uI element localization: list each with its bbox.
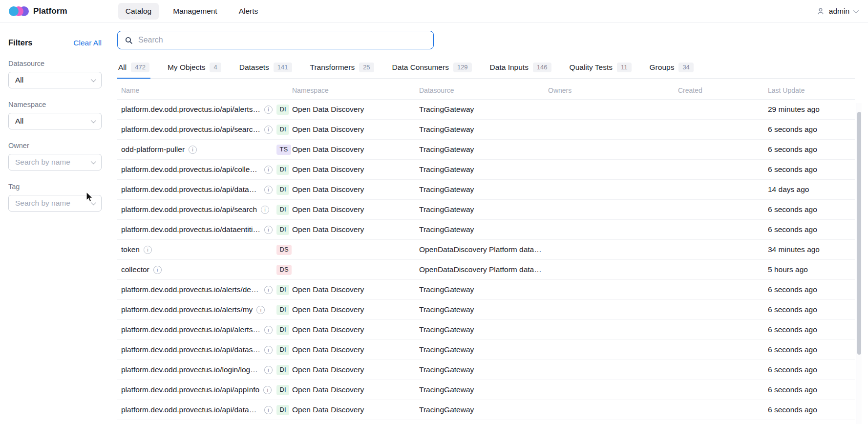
namespace-select[interactable]: All <box>8 113 102 129</box>
entity-name-link[interactable]: platform.dev.odd.provectus.io/api/dataen… <box>121 185 260 194</box>
table-header: NameNamespaceDatasourceOwnersCreatedLast… <box>117 86 855 100</box>
info-icon[interactable]: i <box>264 406 273 414</box>
entity-table: platform.dev.odd.provectus.io/api/alerts… <box>117 100 855 424</box>
cell-namespace: Open Data Discovery <box>292 345 419 354</box>
tag-search-select[interactable]: Search by name <box>8 195 102 212</box>
table-row[interactable]: platform.dev.odd.provectus.io/api/search… <box>117 200 855 220</box>
cell-last-update: 6 seconds ago <box>768 365 855 374</box>
entity-name-link[interactable]: platform.dev.odd.provectus.io/api/search <box>121 205 257 214</box>
info-icon[interactable]: i <box>256 306 265 314</box>
info-icon[interactable]: i <box>144 246 152 254</box>
table-row[interactable]: platform.dev.odd.provectus.io/api/dataen… <box>117 180 855 200</box>
tab-my-objects[interactable]: My Objects4 <box>167 61 222 78</box>
tab-transformers[interactable]: Transformers25 <box>309 61 375 78</box>
nav-item-management[interactable]: Management <box>166 3 224 20</box>
table-row[interactable]: platform.dev.odd.provectus.io/api/dataen… <box>117 400 855 420</box>
entity-name-link[interactable]: platform.dev.odd.provectus.io/api/appInf… <box>121 385 259 394</box>
entity-name-link[interactable]: platform.dev.odd.provectus.io/alerts/dep… <box>121 285 260 294</box>
table-row[interactable]: platform.dev.odd.provectus.io/login/logo… <box>117 360 855 380</box>
info-icon[interactable]: i <box>264 166 273 174</box>
entity-name-link[interactable]: platform.dev.odd.provectus.io/login/logo… <box>121 365 260 374</box>
entity-type-badge: DS <box>276 245 292 255</box>
info-icon[interactable]: i <box>264 326 273 334</box>
info-icon[interactable]: i <box>263 386 272 394</box>
user-menu[interactable]: admin <box>816 7 857 16</box>
cell-datasource: TracingGateway <box>419 225 548 234</box>
table-row[interactable]: platform.dev.odd.provectus.io/api/search… <box>117 120 855 140</box>
info-icon[interactable]: i <box>264 106 273 114</box>
datasource-select[interactable]: All <box>8 72 102 88</box>
cell-namespace: Open Data Discovery <box>292 385 419 394</box>
info-icon[interactable]: i <box>189 146 197 154</box>
entity-name-link[interactable]: platform.dev.odd.provectus.io/api/alerts… <box>121 325 260 334</box>
scrollbar-thumb[interactable] <box>857 112 861 355</box>
entity-name-link[interactable]: platform.dev.odd.provectus.io/api/collec… <box>121 165 260 174</box>
cell-datasource: OpenDataDiscovery Platform databa... <box>419 265 548 274</box>
owner-search-select[interactable]: Search by name <box>8 154 102 170</box>
chevron-down-icon <box>91 77 96 82</box>
table-row[interactable]: collectoriDSOpenDataDiscovery Platform d… <box>117 260 855 280</box>
table-row[interactable]: tokeniDSOpenDataDiscovery Platform datab… <box>117 240 855 260</box>
cell-last-update: 6 seconds ago <box>768 125 855 134</box>
entity-type-badge: DI <box>276 345 289 355</box>
table-row[interactable]: platform.dev.odd.provectus.io/dataentiti… <box>117 420 855 424</box>
cell-name: platform.dev.odd.provectus.io/api/dataso… <box>121 345 292 355</box>
tab-data-inputs[interactable]: Data Inputs146 <box>489 61 552 78</box>
table-row[interactable]: platform.dev.odd.provectus.io/api/dataso… <box>117 340 855 360</box>
entity-type-badge: TS <box>276 145 291 155</box>
entity-name-link[interactable]: platform.dev.odd.provectus.io/api/search… <box>121 125 260 134</box>
info-icon[interactable]: i <box>264 366 273 374</box>
clear-all-button[interactable]: Clear All <box>73 39 102 47</box>
entity-name-link[interactable]: token <box>121 245 140 254</box>
entity-name-link[interactable]: odd-platform-puller <box>121 145 185 154</box>
cell-name: collectoriDS <box>121 265 292 275</box>
cell-name: tokeniDS <box>121 245 292 255</box>
entity-name-link[interactable]: collector <box>121 265 149 274</box>
table-row[interactable]: platform.dev.odd.provectus.io/api/collec… <box>117 160 855 180</box>
nav-item-alerts[interactable]: Alerts <box>232 3 266 20</box>
table-row[interactable]: platform.dev.odd.provectus.io/api/alerts… <box>117 100 855 120</box>
cell-datasource: TracingGateway <box>419 305 548 314</box>
table-row[interactable]: platform.dev.odd.provectus.io/api/alerts… <box>117 320 855 340</box>
tab-label: Data Consumers <box>392 63 449 72</box>
cell-datasource: OpenDataDiscovery Platform databa... <box>419 245 548 254</box>
cell-namespace: Open Data Discovery <box>292 325 419 334</box>
info-icon[interactable]: i <box>264 346 273 354</box>
cell-name: platform.dev.odd.provectus.io/api/alerts… <box>121 105 292 115</box>
table-row[interactable]: platform.dev.odd.provectus.io/alerts/dep… <box>117 280 855 300</box>
tab-groups[interactable]: Groups34 <box>649 61 695 78</box>
entity-name-link[interactable]: platform.dev.odd.provectus.io/dataentiti… <box>121 225 260 234</box>
table-row[interactable]: odd-platform-pulleriTSOpen Data Discover… <box>117 140 855 160</box>
entity-type-badge: DI <box>276 405 289 415</box>
app-logo[interactable]: Platform <box>9 6 67 16</box>
tab-all[interactable]: All472 <box>117 61 150 78</box>
entity-name-link[interactable]: platform.dev.odd.provectus.io/api/dataso… <box>121 345 260 354</box>
tab-count-badge: 11 <box>617 63 632 72</box>
search-input[interactable] <box>138 36 426 44</box>
info-icon[interactable]: i <box>264 126 273 134</box>
entity-name-link[interactable]: platform.dev.odd.provectus.io/alerts/my <box>121 305 253 314</box>
info-icon[interactable]: i <box>264 186 273 194</box>
cell-name: odd-platform-pulleriTS <box>121 145 292 155</box>
table-row[interactable]: platform.dev.odd.provectus.io/api/appInf… <box>117 380 855 400</box>
tab-datasets[interactable]: Datasets141 <box>238 61 293 78</box>
table-row[interactable]: platform.dev.odd.provectus.io/dataentiti… <box>117 220 855 240</box>
cell-namespace: Open Data Discovery <box>292 205 419 214</box>
entity-name-link[interactable]: platform.dev.odd.provectus.io/api/dataen… <box>121 405 260 414</box>
info-icon[interactable]: i <box>153 266 162 274</box>
info-icon[interactable]: i <box>264 286 273 294</box>
cell-name: platform.dev.odd.provectus.io/login/logo… <box>121 365 292 375</box>
info-icon[interactable]: i <box>264 226 273 234</box>
table-row[interactable]: platform.dev.odd.provectus.io/alerts/myi… <box>117 300 855 320</box>
entity-type-badge: DI <box>276 365 289 375</box>
nav-item-catalog[interactable]: Catalog <box>118 3 159 20</box>
entity-type-badge: DI <box>276 105 289 115</box>
cell-namespace: Open Data Discovery <box>292 125 419 134</box>
tab-quality-tests[interactable]: Quality Tests11 <box>569 61 633 78</box>
cell-name: platform.dev.odd.provectus.io/dataentiti… <box>121 225 292 235</box>
info-icon[interactable]: i <box>261 206 269 214</box>
entity-name-link[interactable]: platform.dev.odd.provectus.io/api/alerts… <box>121 105 260 114</box>
cell-last-update: 6 seconds ago <box>768 145 855 154</box>
tab-data-consumers[interactable]: Data Consumers129 <box>391 61 473 78</box>
tab-count-badge: 146 <box>533 63 551 72</box>
